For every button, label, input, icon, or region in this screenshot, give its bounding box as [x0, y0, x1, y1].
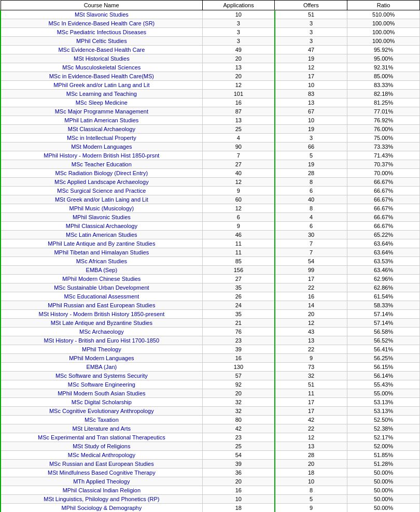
table-row: MSc Teacher Education271970.37% — [1, 160, 420, 169]
ratio-cell: 66.67% — [347, 213, 420, 222]
applications-cell: 42 — [202, 424, 275, 433]
offers-cell: 28 — [275, 169, 347, 178]
table-row: MSt History - British and Euro Hist 1700… — [1, 336, 420, 345]
offers-cell: 3 — [275, 37, 347, 46]
course-name-cell: MSc Taxation — [1, 416, 202, 424]
course-name-cell: MPhil Tibetan and Himalayan Studies — [1, 248, 202, 257]
applications-cell: 21 — [202, 319, 275, 328]
applications-cell: 16 — [202, 98, 275, 107]
course-name-cell: MSt Modern Languages — [1, 143, 202, 151]
applications-cell: 35 — [202, 310, 275, 319]
course-name-cell: MSc Evidence-Based Health Care — [1, 46, 202, 54]
ratio-cell: 85.00% — [347, 72, 420, 81]
ratio-cell: 50.00% — [347, 468, 420, 477]
course-name-cell: MPhil History - Modern British Hist 1850… — [1, 151, 202, 160]
ratio-cell: 71.43% — [347, 151, 420, 160]
ratio-cell: 56.14% — [347, 372, 420, 380]
offers-cell: 12 — [275, 63, 347, 72]
applications-cell: 20 — [202, 54, 275, 63]
offers-cell: 6 — [275, 187, 347, 195]
course-name-cell: MPhil Modern South Asian Studies — [1, 389, 202, 398]
table-row: MSc Applied Landscape Archaeology12866.6… — [1, 178, 420, 187]
course-name-cell: MPhil Celtic Studies — [1, 37, 202, 46]
ratio-cell: 66.67% — [347, 222, 420, 231]
offers-cell: 67 — [275, 107, 347, 116]
applications-cell: 25 — [202, 125, 275, 134]
offers-cell: 51 — [275, 10, 347, 19]
ratio-cell: 92.31% — [347, 63, 420, 72]
ratio-cell: 76.92% — [347, 116, 420, 125]
course-name-cell: MSt Study of Religions — [1, 442, 202, 451]
course-name-cell: MPhil Greek and/or Latin Lang and Lit — [1, 81, 202, 90]
table-row: MSt History - Modern British History 185… — [1, 310, 420, 319]
applications-cell: 39 — [202, 345, 275, 354]
table-row: MSc Software Engineering925155.43% — [1, 380, 420, 389]
course-name-cell: MSc Major Programme Management — [1, 107, 202, 116]
course-name-cell: MSt Linguistics, Philology and Phonetics… — [1, 495, 202, 504]
ratio-cell: 66.67% — [347, 178, 420, 187]
offers-cell: 3 — [275, 28, 347, 37]
applications-cell: 35 — [202, 283, 275, 292]
offers-cell: 22 — [275, 424, 347, 433]
table-row: MSt Literature and Arts422252.38% — [1, 424, 420, 433]
offers-cell: 17 — [275, 407, 347, 416]
table-row: MSc Evidence-Based Health Care494795.92% — [1, 46, 420, 54]
course-name-cell: MSt Literature and Arts — [1, 424, 202, 433]
course-name-cell: MSc Latin American Studies — [1, 231, 202, 239]
applications-cell: 87 — [202, 107, 275, 116]
ratio-cell: 83.33% — [347, 81, 420, 90]
offers-cell: 9 — [275, 504, 347, 513]
applications-cell: 18 — [202, 504, 275, 513]
offers-cell: 9 — [275, 354, 347, 363]
table-row: MSc African Studies855463.53% — [1, 257, 420, 266]
ratio-cell: 50.00% — [347, 495, 420, 504]
table-row: MPhil Slavonic Studies6466.67% — [1, 213, 420, 222]
offers-cell: 18 — [275, 468, 347, 477]
course-name-cell: MSc Applied Landscape Archaeology — [1, 178, 202, 187]
table-row: MPhil Modern South Asian Studies201155.0… — [1, 389, 420, 398]
course-name-cell: MSc Medical Anthropology — [1, 451, 202, 460]
offers-cell: 16 — [275, 292, 347, 301]
offers-cell: 8 — [275, 178, 347, 187]
ratio-cell: 51.28% — [347, 460, 420, 468]
ratio-cell: 61.54% — [347, 292, 420, 301]
table-row: MPhil Greek and/or Latin Lang and Lit121… — [1, 81, 420, 90]
offers-cell: 8 — [275, 486, 347, 495]
table-row: MSc in Evidence-Based Health Care(MS)201… — [1, 72, 420, 81]
table-row: MSc Taxation804252.50% — [1, 416, 420, 424]
table-row: MPhil Classical Archaeology9666.67% — [1, 222, 420, 231]
offers-cell: 14 — [275, 301, 347, 310]
table-row: MPhil Russian and East European Studies2… — [1, 301, 420, 310]
ratio-cell: 66.67% — [347, 187, 420, 195]
ratio-cell: 56.25% — [347, 354, 420, 363]
applications-cell: 26 — [202, 292, 275, 301]
applications-cell: 9 — [202, 187, 275, 195]
offers-cell: 19 — [275, 160, 347, 169]
applications-cell: 3 — [202, 28, 275, 37]
ratio-cell: 82.18% — [347, 90, 420, 98]
applications-cell: 9 — [202, 222, 275, 231]
course-name-cell: MSc Paediatric Infectious Diseases — [1, 28, 202, 37]
table-row: MSt Classical Archaeology251976.00% — [1, 125, 420, 134]
table-row: MSt Mindfulness Based Cognitive Therapy3… — [1, 468, 420, 477]
offers-cell: 10 — [275, 116, 347, 125]
offers-cell: 10 — [275, 81, 347, 90]
table-row: EMBA (Sep)1569963.46% — [1, 266, 420, 275]
applications-cell: 27 — [202, 160, 275, 169]
ratio-cell: 100.00% — [347, 37, 420, 46]
applications-cell: 156 — [202, 266, 275, 275]
ratio-cell: 53.13% — [347, 407, 420, 416]
offers-cell: 10 — [275, 477, 347, 486]
ratio-cell: 57.14% — [347, 319, 420, 328]
applications-cell: 12 — [202, 204, 275, 213]
applications-cell: 10 — [202, 10, 275, 19]
course-name-cell: MSt Slavonic Studies — [1, 10, 202, 19]
course-name-cell: EMBA (Sep) — [1, 266, 202, 275]
course-name-cell: MSc Learning and Teaching — [1, 90, 202, 98]
ratio-cell: 52.17% — [347, 433, 420, 442]
ratio-cell: 52.50% — [347, 416, 420, 424]
applications-cell: 7 — [202, 151, 275, 160]
header-ratio: Ratio — [347, 1, 420, 10]
offers-cell: 30 — [275, 231, 347, 239]
course-name-cell: MSt Late Antique and Byzantine Studies — [1, 319, 202, 328]
